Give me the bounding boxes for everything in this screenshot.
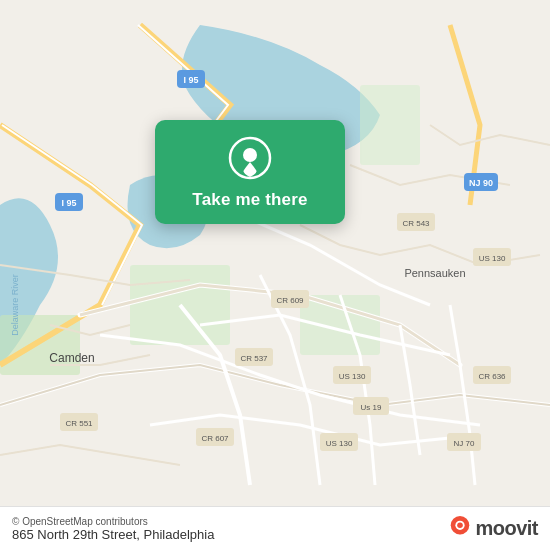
svg-text:NJ 70: NJ 70 [454,439,475,448]
map-svg: I 95 I 95 NJ 90 CR 543 US 130 CR 609 CR … [0,0,550,550]
svg-text:CR 537: CR 537 [240,354,268,363]
take-me-there-popup[interactable]: Take me there [155,120,345,224]
svg-text:Camden: Camden [49,351,94,365]
svg-point-39 [458,522,464,528]
map-pin-icon [228,136,272,180]
svg-rect-3 [360,85,420,165]
svg-text:I 95: I 95 [61,198,76,208]
popup-label: Take me there [192,190,307,210]
moovit-text: moovit [475,517,538,540]
svg-text:CR 551: CR 551 [65,419,93,428]
svg-text:CR 543: CR 543 [402,219,430,228]
svg-text:US 130: US 130 [339,372,366,381]
svg-text:I 95: I 95 [183,75,198,85]
svg-text:US 130: US 130 [326,439,353,448]
svg-text:CR 607: CR 607 [201,434,229,443]
svg-text:NJ 90: NJ 90 [469,178,493,188]
svg-text:Us 19: Us 19 [361,403,382,412]
osm-credit: © OpenStreetMap contributors [12,516,214,527]
svg-text:Delaware River: Delaware River [10,274,20,336]
svg-text:Pennsauken: Pennsauken [404,267,465,279]
map-container: I 95 I 95 NJ 90 CR 543 US 130 CR 609 CR … [0,0,550,550]
svg-point-36 [243,148,257,162]
svg-text:CR 609: CR 609 [276,296,304,305]
address-label: 865 North 29th Street, Philadelphia [12,527,214,542]
svg-rect-2 [300,295,380,355]
moovit-logo: moovit [449,516,538,542]
svg-text:US 130: US 130 [479,254,506,263]
moovit-pin-icon [449,516,471,542]
bottom-bar-left: © OpenStreetMap contributors 865 North 2… [12,515,214,542]
bottom-bar: © OpenStreetMap contributors 865 North 2… [0,506,550,550]
svg-text:CR 636: CR 636 [478,372,506,381]
